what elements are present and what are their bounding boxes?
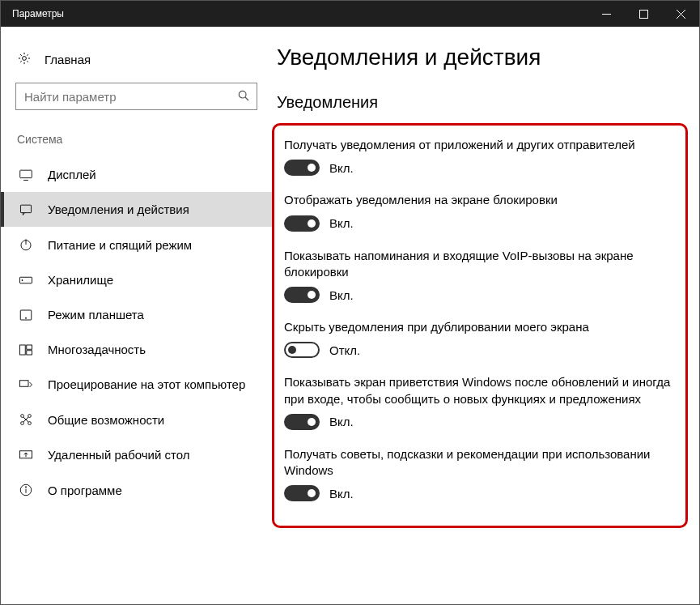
setting-item: Скрыть уведомления при дублировании моег… <box>284 319 676 358</box>
setting-desc: Получать советы, подсказки и рекомендаци… <box>284 446 676 479</box>
sidebar-item-label: Режим планшета <box>48 308 144 322</box>
svg-rect-1 <box>639 10 647 18</box>
main-content: Уведомления и действия Уведомления Получ… <box>272 27 699 604</box>
toggle-state: Вкл. <box>329 161 354 175</box>
toggle-state: Откл. <box>329 343 360 357</box>
settings-window: Параметры Главная <box>0 0 700 605</box>
setting-item: Показывать напоминания и входящие VoIP-в… <box>284 248 676 304</box>
search-icon <box>237 89 250 104</box>
svg-point-4 <box>23 57 27 61</box>
sidebar-item-power[interactable]: Питание и спящий режим <box>1 227 272 262</box>
setting-item: Показывать экран приветствия Windows пос… <box>284 374 676 430</box>
sidebar-item-label: Общие возможности <box>48 413 164 427</box>
sidebar-item-projecting[interactable]: Проецирование на этот компьютер <box>1 367 272 402</box>
toggle-switch[interactable] <box>284 287 320 303</box>
home-link[interactable]: Главная <box>1 46 272 83</box>
setting-desc: Отображать уведомления на экране блокиро… <box>284 192 676 208</box>
storage-icon <box>19 275 33 286</box>
sidebar-item-notifications[interactable]: Уведомления и действия <box>1 192 272 227</box>
sidebar-section-label: Система <box>1 133 272 157</box>
sidebar-item-remote[interactable]: Удаленный рабочий стол <box>1 437 272 472</box>
search-box[interactable] <box>15 83 257 110</box>
sidebar-item-label: Питание и спящий режим <box>48 238 192 252</box>
toggle-state: Вкл. <box>329 288 354 302</box>
projecting-icon <box>19 378 33 391</box>
setting-desc: Получать уведомления от приложений и дру… <box>284 137 676 153</box>
sidebar-item-shared[interactable]: Общие возможности <box>1 402 272 437</box>
sidebar-item-storage[interactable]: Хранилище <box>1 262 272 297</box>
svg-rect-9 <box>20 205 31 212</box>
svg-rect-16 <box>20 345 26 355</box>
svg-point-20 <box>21 415 24 418</box>
svg-point-15 <box>25 317 26 318</box>
svg-point-29 <box>25 487 26 488</box>
sidebar-item-multitasking[interactable]: Многозадачность <box>1 332 272 367</box>
setting-desc: Показывать экран приветствия Windows пос… <box>284 374 676 407</box>
home-label: Главная <box>45 53 91 66</box>
svg-point-22 <box>21 422 24 425</box>
search-input[interactable] <box>24 90 237 104</box>
page-title: Уведомления и действия <box>277 45 688 70</box>
toggle-switch[interactable] <box>284 215 320 232</box>
close-button[interactable] <box>662 1 699 27</box>
sidebar: Главная Система Дисплей <box>1 27 272 604</box>
setting-desc: Показывать напоминания и входящие VoIP-в… <box>284 248 676 281</box>
sidebar-item-label: Многозадачность <box>48 343 146 356</box>
svg-rect-19 <box>20 380 29 386</box>
toggle-switch[interactable] <box>284 414 320 430</box>
sidebar-item-display[interactable]: Дисплей <box>1 157 272 192</box>
sidebar-item-label: Уведомления и действия <box>48 202 189 216</box>
setting-item: Получать уведомления от приложений и дру… <box>284 137 676 176</box>
multitasking-icon <box>19 343 33 356</box>
toggle-state: Вкл. <box>329 216 354 230</box>
svg-point-21 <box>28 415 32 418</box>
minimize-button[interactable] <box>588 1 625 27</box>
svg-point-23 <box>28 422 32 425</box>
remote-desktop-icon <box>19 449 33 462</box>
toggle-switch[interactable] <box>284 485 320 501</box>
section-title: Уведомления <box>277 93 688 112</box>
sidebar-item-label: Проецирование на этот компьютер <box>48 377 245 391</box>
shared-icon <box>19 412 33 427</box>
toggle-switch[interactable] <box>284 342 320 358</box>
titlebar: Параметры <box>1 1 699 27</box>
setting-item: Получать советы, подсказки и рекомендаци… <box>284 446 676 502</box>
svg-rect-7 <box>20 170 32 177</box>
nav-list: Дисплей Уведомления и действия Питание и… <box>1 157 272 508</box>
sidebar-item-tablet[interactable]: Режим планшета <box>1 297 272 332</box>
notifications-icon <box>19 203 33 216</box>
sidebar-item-label: Дисплей <box>48 168 96 181</box>
sidebar-item-label: Удаленный рабочий стол <box>48 448 189 462</box>
highlighted-settings: Получать уведомления от приложений и дру… <box>272 123 688 528</box>
display-icon <box>19 168 33 181</box>
tablet-icon <box>19 309 33 322</box>
gear-icon <box>17 51 32 68</box>
svg-point-5 <box>239 91 246 98</box>
toggle-switch[interactable] <box>284 160 320 176</box>
sidebar-item-about[interactable]: О программе <box>1 472 272 508</box>
window-title: Параметры <box>12 8 64 19</box>
maximize-button[interactable] <box>625 1 662 27</box>
sidebar-item-label: О программе <box>48 484 122 497</box>
window-controls <box>588 1 699 27</box>
svg-line-6 <box>245 97 248 100</box>
setting-item: Отображать уведомления на экране блокиро… <box>284 192 676 231</box>
toggle-state: Вкл. <box>329 415 354 428</box>
power-icon <box>19 237 33 252</box>
svg-rect-17 <box>27 345 32 349</box>
svg-point-13 <box>22 279 23 280</box>
setting-desc: Скрыть уведомления при дублировании моег… <box>284 319 676 335</box>
toggle-state: Вкл. <box>329 487 354 501</box>
about-icon <box>19 483 33 497</box>
sidebar-item-label: Хранилище <box>48 273 113 287</box>
svg-rect-18 <box>27 350 32 354</box>
